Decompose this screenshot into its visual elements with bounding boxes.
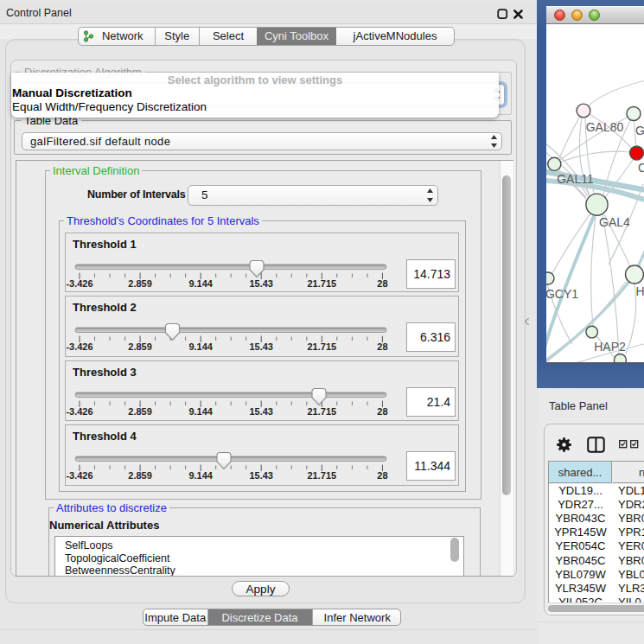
svg-text:GAL4: GAL4: [599, 215, 630, 229]
svg-text:21.715: 21.715: [307, 341, 336, 352]
svg-text:2.859: 2.859: [128, 278, 152, 289]
svg-text:HAP2: HAP2: [594, 340, 626, 354]
svg-text:-3.426: -3.426: [66, 406, 92, 417]
svg-text:15.43: 15.43: [249, 406, 273, 417]
svg-text:2.859: 2.859: [128, 470, 152, 481]
svg-text:21.715: 21.715: [307, 470, 336, 481]
svg-text:15.43: 15.43: [249, 278, 273, 289]
svg-text:15.43: 15.43: [249, 341, 273, 352]
svg-text:2.859: 2.859: [128, 341, 152, 352]
svg-text:CR: CR: [638, 161, 644, 175]
svg-text:28: 28: [377, 341, 387, 352]
svg-text:21.715: 21.715: [307, 406, 336, 417]
svg-text:9.144: 9.144: [188, 278, 213, 289]
svg-text:-3.426: -3.426: [66, 341, 92, 352]
svg-text:9.144: 9.144: [188, 406, 213, 417]
svg-text:9.144: 9.144: [188, 470, 213, 481]
svg-text:GCY1: GCY1: [546, 287, 578, 301]
svg-text:28: 28: [377, 470, 387, 481]
svg-text:2.859: 2.859: [128, 406, 152, 417]
svg-text:-3.426: -3.426: [66, 470, 92, 481]
svg-text:GA: GA: [635, 124, 644, 137]
svg-text:HS: HS: [636, 284, 644, 298]
svg-text:-3.426: -3.426: [66, 278, 92, 289]
svg-text:28: 28: [377, 406, 387, 417]
svg-text:GAL11: GAL11: [557, 172, 594, 186]
svg-text:21.715: 21.715: [307, 278, 336, 289]
svg-text:9.144: 9.144: [188, 341, 213, 352]
svg-text:15.43: 15.43: [249, 470, 273, 481]
svg-text:GAL80: GAL80: [586, 120, 624, 134]
svg-text:28: 28: [377, 278, 387, 289]
